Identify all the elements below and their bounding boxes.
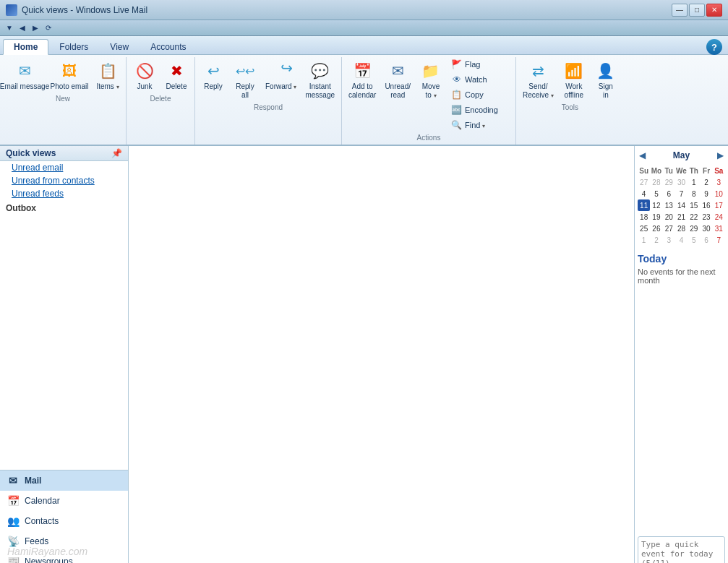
- cal-day-20[interactable]: 20: [663, 211, 675, 223]
- email-message-button[interactable]: ✉ Email message: [3, 57, 46, 93]
- cal-day-26[interactable]: 26: [650, 223, 662, 234]
- work-offline-label: Workoffline: [565, 82, 584, 100]
- watch-button[interactable]: 👁 Watch: [447, 72, 513, 87]
- maximize-button[interactable]: □: [689, 4, 705, 17]
- cal-day-29-prev[interactable]: 29: [663, 176, 675, 188]
- tools-group-label: Tools: [519, 103, 621, 111]
- cal-day-30[interactable]: 30: [701, 223, 713, 234]
- cal-day-3[interactable]: 3: [713, 176, 725, 188]
- nav-item-calendar[interactable]: 📅 Calendar: [0, 491, 128, 511]
- cal-day-23[interactable]: 23: [701, 211, 713, 223]
- flag-button[interactable]: 🚩 Flag: [447, 57, 513, 72]
- move-to-button[interactable]: 📁 Moveto ▾: [416, 57, 446, 102]
- window-controls: — □ ✕: [672, 4, 722, 17]
- cal-day-10[interactable]: 10: [713, 188, 725, 199]
- cal-day-13[interactable]: 13: [663, 199, 675, 211]
- cal-header-th: Th: [688, 165, 700, 176]
- cal-day-29[interactable]: 29: [688, 223, 700, 234]
- encoding-icon: 🔤: [451, 104, 463, 116]
- cal-day-9[interactable]: 9: [701, 188, 713, 199]
- sidebar-item-unread-from-contacts[interactable]: Unread from contacts: [0, 174, 128, 187]
- cal-day-15[interactable]: 15: [688, 199, 700, 211]
- calendar-prev-button[interactable]: ◀: [638, 149, 647, 162]
- watch-icon: 👁: [451, 74, 463, 85]
- sidebar-item-unread-feeds[interactable]: Unread feeds: [0, 187, 128, 200]
- unread-read-button[interactable]: ✉ Unread/read: [381, 57, 414, 102]
- close-button[interactable]: ✕: [706, 4, 722, 17]
- ribbon-group-respond: ↩ Reply ↩↩ Replyall ↩ Forward ▾ 💬 Instan…: [195, 57, 342, 145]
- copy-button[interactable]: 📋 Copy: [447, 87, 513, 102]
- instant-message-icon: 💬: [309, 59, 332, 82]
- sidebar-item-unread-email[interactable]: Unread email: [0, 161, 128, 174]
- send-receive-button[interactable]: ⇄ Send/Receive ▾: [519, 57, 557, 102]
- quick-event-input[interactable]: [641, 540, 721, 563]
- tab-folders[interactable]: Folders: [48, 38, 99, 54]
- tab-home[interactable]: Home: [3, 39, 48, 55]
- cal-day-22[interactable]: 22: [688, 211, 700, 223]
- cal-day-6[interactable]: 6: [663, 188, 675, 199]
- minimize-button[interactable]: —: [672, 4, 688, 17]
- tab-accounts[interactable]: Accounts: [140, 38, 197, 54]
- cal-day-31[interactable]: 31: [713, 223, 725, 234]
- cal-day-8[interactable]: 8: [688, 188, 700, 199]
- quick-menu-button[interactable]: ▼: [3, 22, 16, 35]
- email-message-icon: ✉: [13, 59, 36, 82]
- forward-label: Forward ▾: [265, 82, 296, 91]
- cal-day-6-next[interactable]: 6: [701, 234, 713, 246]
- cal-day-16[interactable]: 16: [701, 199, 713, 211]
- junk-button[interactable]: 🚫 Junk: [129, 57, 160, 93]
- cal-day-2-next[interactable]: 2: [650, 234, 662, 246]
- nav-item-mail[interactable]: ✉ Mail: [0, 470, 128, 491]
- cal-day-5-next[interactable]: 5: [688, 234, 700, 246]
- delete-button[interactable]: ✖ Delete: [161, 57, 192, 93]
- work-offline-button[interactable]: 📶 Workoffline: [559, 57, 589, 102]
- add-to-calendar-button[interactable]: 📅 Add tocalendar: [345, 57, 380, 102]
- cal-day-27-prev[interactable]: 27: [638, 176, 650, 188]
- forward-button[interactable]: ↩ Forward ▾: [262, 57, 300, 93]
- calendar-nav-icon: 📅: [6, 494, 20, 508]
- cal-day-14[interactable]: 14: [675, 199, 688, 211]
- cal-day-24[interactable]: 24: [713, 211, 725, 223]
- cal-day-21[interactable]: 21: [675, 211, 688, 223]
- cal-day-7-next[interactable]: 7: [713, 234, 725, 246]
- cal-day-12[interactable]: 12: [650, 199, 662, 211]
- cal-day-25[interactable]: 25: [638, 223, 650, 234]
- help-button[interactable]: ?: [706, 39, 722, 55]
- find-button[interactable]: 🔍 Find ▾: [447, 118, 513, 132]
- quick-views-pin-icon[interactable]: 📌: [111, 148, 122, 158]
- cal-day-27[interactable]: 27: [663, 223, 675, 234]
- items-button[interactable]: 📋 Items ▾: [93, 57, 123, 93]
- cal-day-4[interactable]: 4: [638, 188, 650, 199]
- cal-day-1-next[interactable]: 1: [638, 234, 650, 246]
- cal-day-30-prev[interactable]: 30: [675, 176, 688, 188]
- quick-back-button[interactable]: ◀: [16, 22, 29, 35]
- reply-all-button[interactable]: ↩↩ Replyall: [230, 57, 260, 102]
- reply-button[interactable]: ↩ Reply: [198, 57, 228, 93]
- cal-day-5[interactable]: 5: [650, 188, 662, 199]
- cal-day-1[interactable]: 1: [688, 176, 700, 188]
- quick-views-header: Quick views 📌: [0, 146, 128, 161]
- quick-forward-button[interactable]: ▶: [29, 22, 42, 35]
- sign-in-button[interactable]: 👤 Signin: [591, 57, 621, 102]
- cal-day-2[interactable]: 2: [701, 176, 713, 188]
- sidebar-folder-outbox[interactable]: Outbox: [0, 200, 128, 216]
- instant-message-button[interactable]: 💬 Instantmessage: [301, 57, 338, 102]
- cal-day-7[interactable]: 7: [675, 188, 688, 199]
- title-bar: Quick views - Windows Live Mail — □ ✕: [0, 0, 728, 20]
- cal-day-3-next[interactable]: 3: [663, 234, 675, 246]
- cal-day-18[interactable]: 18: [638, 211, 650, 223]
- cal-day-28[interactable]: 28: [675, 223, 688, 234]
- photo-email-button[interactable]: 🖼 Photo email: [48, 57, 91, 93]
- cal-day-4-next[interactable]: 4: [675, 234, 688, 246]
- quick-refresh-button[interactable]: ⟳: [42, 22, 55, 35]
- tab-view[interactable]: View: [99, 38, 140, 54]
- nav-item-contacts[interactable]: 👥 Contacts: [0, 511, 128, 531]
- cal-day-11-today[interactable]: 11: [638, 199, 650, 211]
- encoding-button[interactable]: 🔤 Encoding: [447, 103, 513, 117]
- calendar-next-button[interactable]: ▶: [716, 149, 725, 162]
- cal-day-17[interactable]: 17: [713, 199, 725, 211]
- cal-day-28-prev[interactable]: 28: [650, 176, 662, 188]
- watermark: HamiRayane.com: [7, 546, 87, 557]
- cal-day-19[interactable]: 19: [650, 211, 662, 223]
- newsgroups-nav-label: Newsgroups: [25, 556, 73, 563]
